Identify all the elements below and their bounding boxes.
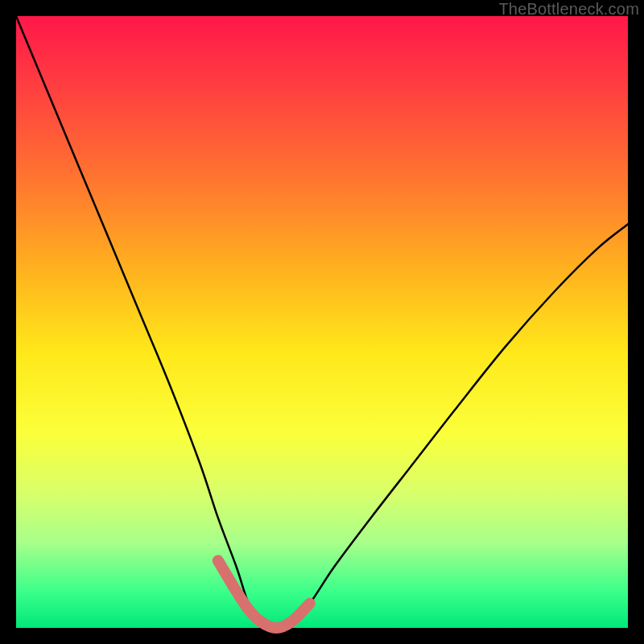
plot-area [16, 16, 628, 628]
trough-highlight-path [218, 560, 310, 628]
chart-frame: TheBottleneck.com [0, 0, 644, 644]
curve-path [16, 16, 628, 628]
bottleneck-curve-svg [16, 16, 628, 628]
